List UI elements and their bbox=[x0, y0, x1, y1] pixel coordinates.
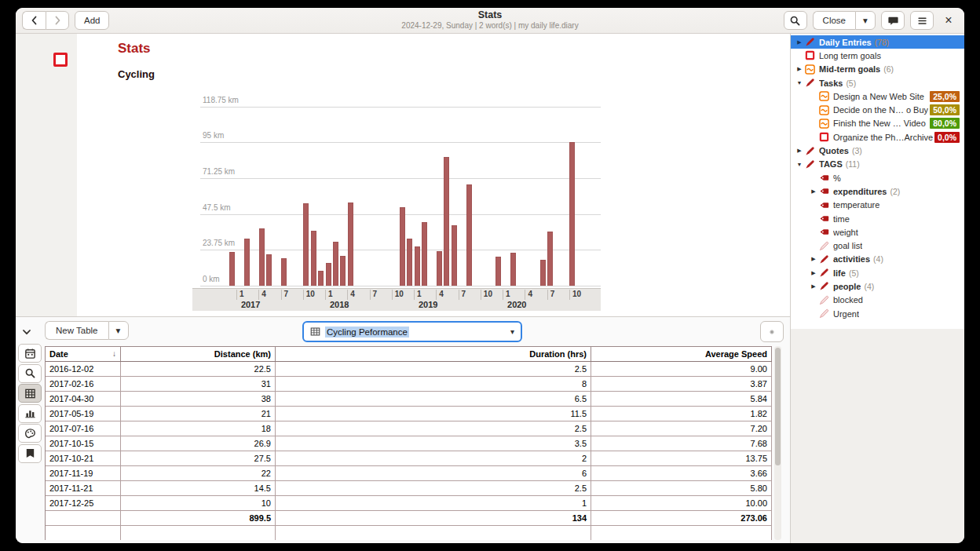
in-progress-icon bbox=[819, 91, 829, 101]
x-axis-month-label: 1 bbox=[506, 290, 510, 298]
close-dropdown-button[interactable]: ▾ bbox=[855, 11, 876, 30]
chart-bar bbox=[437, 251, 442, 286]
table-row[interactable]: 2017-12-2510110.00 bbox=[46, 496, 772, 511]
tree-item-goal-list[interactable]: goal list bbox=[791, 239, 964, 252]
table-row[interactable]: 2016-12-0222.52.59.00 bbox=[46, 362, 772, 377]
tree-expander-expanded-icon[interactable]: ▼ bbox=[794, 80, 805, 86]
tree-item-urgent[interactable]: Urgent bbox=[791, 307, 964, 320]
x-axis-tick bbox=[525, 290, 525, 300]
tree-item-count: (78) bbox=[875, 38, 890, 47]
new-table-button[interactable]: New Table bbox=[45, 321, 108, 340]
bookmark-tab-button[interactable] bbox=[18, 444, 42, 463]
sidebar: ▶Daily Entries(78)Long term goals▶Mid-te… bbox=[790, 34, 964, 543]
tree-item-temperature[interactable]: temperature bbox=[791, 199, 964, 212]
x-axis-tick bbox=[236, 290, 237, 300]
tree-expander-collapsed-icon[interactable]: ▶ bbox=[808, 283, 819, 290]
chart-bar bbox=[229, 252, 235, 286]
cell-date: 2016-12-02 bbox=[46, 362, 121, 376]
tree-item-activities[interactable]: ▶activities(4) bbox=[791, 253, 964, 266]
tree-expander-collapsed-icon[interactable]: ▶ bbox=[794, 39, 805, 46]
table-row[interactable]: 2017-10-2127.5213.75 bbox=[46, 451, 772, 466]
cell-value: 5.80 bbox=[591, 481, 772, 495]
pencil-icon-slot bbox=[805, 78, 815, 88]
table-row[interactable]: 2017-02-163183.87 bbox=[46, 377, 772, 392]
draw-tab-button[interactable] bbox=[18, 424, 42, 443]
table-row[interactable]: 2017-10-1526.93.57.68 bbox=[46, 436, 772, 451]
cell-value: 5.84 bbox=[591, 392, 772, 406]
table-row[interactable]: 2017-07-16182.57.20 bbox=[46, 421, 772, 436]
tree-item-people[interactable]: ▶people(4) bbox=[791, 279, 964, 293]
tree-item-long-term-goals[interactable]: Long term goals bbox=[791, 49, 964, 62]
progress-badge: 50,0% bbox=[930, 104, 960, 115]
column-header-date[interactable]: Date↓ bbox=[46, 347, 121, 361]
tree-item-design-a-new-web-site[interactable]: Design a New Web Site25,0% bbox=[791, 89, 964, 103]
table-row[interactable]: 2017-11-2114.52.55.80 bbox=[46, 481, 772, 496]
palette-icon bbox=[24, 428, 36, 440]
progress-badge: 0,0% bbox=[934, 132, 960, 143]
column-header-duration-hrs[interactable]: Duration (hrs) bbox=[276, 347, 591, 361]
tree-item-tags[interactable]: ▼TAGS(11) bbox=[791, 158, 964, 171]
column-header-average-speed[interactable]: Average Speed bbox=[591, 347, 772, 361]
tree-item-decide-on-the-n-o-buy[interactable]: Decide on the N… o Buy50,0% bbox=[791, 103, 964, 116]
tree-item-mid-term-goals[interactable]: ▶Mid-term goals(6) bbox=[791, 63, 964, 76]
annotation-button[interactable] bbox=[881, 11, 905, 30]
tree-expander-collapsed-icon[interactable]: ▶ bbox=[808, 188, 819, 195]
x-axis-month-label: 7 bbox=[462, 290, 466, 298]
search-button[interactable] bbox=[784, 11, 807, 30]
close-entry-button[interactable]: Close bbox=[813, 11, 855, 30]
tree-expander-collapsed-icon[interactable]: ▶ bbox=[808, 256, 819, 262]
tree-item-weight[interactable]: weight bbox=[791, 225, 964, 239]
pencil-icon bbox=[819, 268, 829, 278]
tree-item-organize-the-ph-archive[interactable]: Organize the Ph…Archive0,0% bbox=[791, 130, 964, 144]
table-row[interactable]: 2017-11-192263.66 bbox=[46, 466, 772, 481]
tree-item-tasks[interactable]: ▼Tasks(5) bbox=[791, 76, 964, 89]
cell-value: 11.5 bbox=[276, 407, 591, 421]
tree-item-finish-the-new-video[interactable]: Finish the New … Video80,0% bbox=[791, 117, 964, 130]
tree-expander-collapsed-icon[interactable]: ▶ bbox=[794, 66, 805, 72]
tree-item-blocked[interactable]: blocked bbox=[791, 294, 964, 307]
tree-expander-collapsed-icon[interactable]: ▶ bbox=[808, 270, 819, 276]
collapse-panel-button[interactable] bbox=[20, 323, 39, 341]
chart-gridline bbox=[200, 178, 601, 179]
forward-button[interactable] bbox=[46, 11, 69, 30]
new-table-dropdown-button[interactable]: ▾ bbox=[108, 321, 129, 340]
tag-icon-slot bbox=[819, 227, 829, 237]
table-row[interactable]: 2017-04-30386.55.84 bbox=[46, 392, 772, 407]
tree-expander-expanded-icon[interactable]: ▼ bbox=[794, 162, 805, 167]
tree-item-expenditures[interactable]: ▶expenditures(2) bbox=[791, 184, 964, 198]
cell-date: 2017-07-16 bbox=[46, 421, 121, 436]
table-tab-button[interactable] bbox=[18, 384, 42, 403]
header-title-block: Stats 2024-12-29, Sunday | 2 word(s) | m… bbox=[325, 9, 655, 30]
menu-button[interactable] bbox=[910, 11, 934, 30]
cell-value: 3.66 bbox=[591, 466, 772, 480]
table-selector-combobox[interactable]: Cycling Peformance ▾ bbox=[302, 321, 522, 342]
calendar-tab-button[interactable] bbox=[18, 344, 42, 363]
column-header-distance-km[interactable]: Distance (km) bbox=[121, 347, 276, 361]
search-tab-button[interactable] bbox=[18, 364, 42, 383]
scrollbar-thumb[interactable] bbox=[775, 348, 781, 465]
pencil-icon-slot bbox=[805, 146, 815, 156]
tree-item-[interactable]: % bbox=[791, 171, 964, 184]
tree-item-time[interactable]: time bbox=[791, 212, 964, 225]
tree-item-life[interactable]: ▶life(5) bbox=[791, 266, 964, 279]
chart-tab-button[interactable] bbox=[18, 404, 42, 423]
cell-value: 38 bbox=[121, 392, 276, 406]
cell-value: 3.87 bbox=[591, 377, 772, 391]
pencil-icon bbox=[819, 254, 829, 265]
back-button[interactable] bbox=[22, 11, 46, 30]
table-settings-button[interactable] bbox=[760, 321, 784, 342]
wave-icon-slot bbox=[819, 119, 829, 129]
table-row[interactable]: 2017-05-192111.51.82 bbox=[46, 407, 772, 421]
x-axis-tick bbox=[481, 290, 481, 300]
x-axis-month-label: 10 bbox=[306, 290, 315, 298]
tag-icon-slot bbox=[819, 186, 829, 196]
table-scrollbar[interactable] bbox=[774, 346, 781, 540]
wave-icon-slot bbox=[805, 64, 815, 75]
add-button[interactable]: Add bbox=[75, 11, 109, 30]
tree-item-quotes[interactable]: ▶Quotes(3) bbox=[791, 144, 964, 157]
cell-date: 2017-11-19 bbox=[46, 466, 121, 480]
tree-expander-collapsed-icon[interactable]: ▶ bbox=[794, 148, 805, 154]
tree-item-daily-entries[interactable]: ▶Daily Entries(78) bbox=[791, 35, 964, 49]
window-close-button[interactable]: × bbox=[939, 11, 958, 30]
cell-value: 7.68 bbox=[591, 436, 772, 451]
